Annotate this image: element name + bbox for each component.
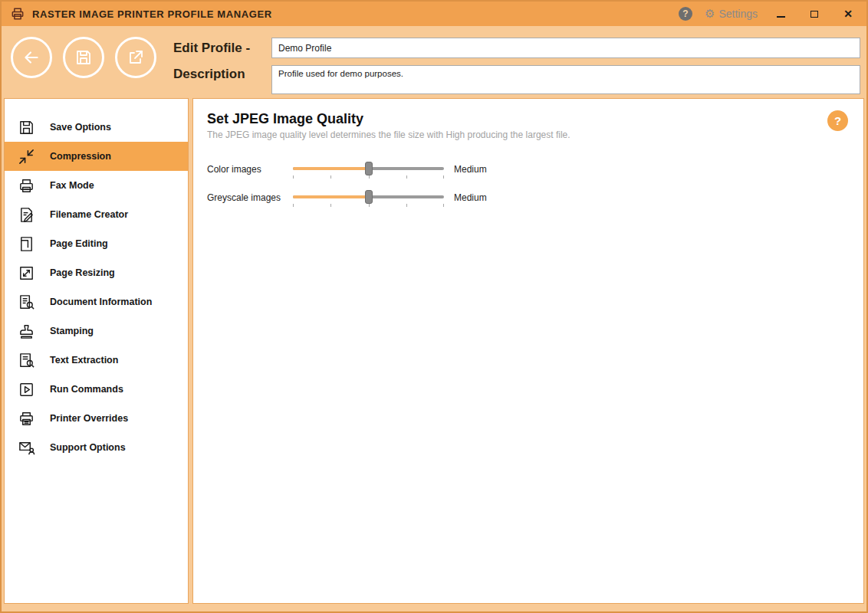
slider-thumb[interactable] [365, 162, 373, 175]
description-input[interactable]: Profile used for demo purposes. [271, 65, 860, 94]
page-help-button[interactable]: ? [827, 110, 848, 131]
window-title: RASTER IMAGE PRINTER PROFILE MANAGER [32, 8, 272, 20]
sidebar-item-run-commands[interactable]: Run Commands [5, 375, 188, 404]
profile-header: Edit Profile - Description Profile used … [2, 26, 866, 97]
titlebar: RASTER IMAGE PRINTER PROFILE MANAGER ? ⚙… [2, 2, 866, 26]
back-button[interactable] [11, 37, 52, 78]
printer-icon [16, 408, 36, 428]
slider-tick [406, 175, 407, 179]
slider-tick [443, 204, 444, 207]
close-icon: ✕ [843, 8, 853, 20]
maximize-icon [810, 11, 818, 18]
description-label: Description [173, 65, 271, 82]
question-mark-icon: ? [682, 8, 688, 19]
sidebar-item-printer-overrides[interactable]: Printer Overrides [5, 404, 188, 433]
page-resizing-icon [16, 263, 36, 283]
close-button[interactable]: ✕ [837, 5, 859, 22]
sidebar-item-stamping[interactable]: Stamping [5, 316, 188, 346]
greyscale-images-row: Greyscale images Medium [207, 188, 850, 207]
page-title: Set JPEG Image Quality [207, 111, 850, 127]
share-icon [127, 48, 145, 67]
question-mark-icon: ? [834, 114, 841, 127]
slider-tick [293, 175, 294, 179]
gear-icon: ⚙ [705, 7, 715, 21]
slider-tick [330, 204, 331, 207]
document-information-icon [16, 292, 36, 312]
minimize-icon [777, 16, 785, 18]
sidebar-item-label: Text Extraction [50, 355, 118, 366]
sidebar-item-page-resizing[interactable]: Page Resizing [5, 258, 188, 287]
sidebar: Save Options Compression Fax Mode [4, 98, 189, 604]
slider-tick [406, 204, 407, 207]
settings-label: Settings [718, 8, 758, 20]
app-logo-icon [9, 5, 26, 22]
page-editing-icon [16, 234, 36, 254]
save-icon [74, 48, 93, 67]
sidebar-item-document-information[interactable]: Document Information [5, 287, 188, 316]
slider-thumb[interactable] [365, 190, 373, 204]
save-profile-button[interactable] [63, 37, 104, 78]
sidebar-item-support-options[interactable]: Support Options [5, 433, 188, 462]
color-images-quality-slider[interactable] [293, 160, 444, 179]
sidebar-item-label: Printer Overrides [50, 413, 128, 424]
profile-name-input[interactable] [271, 38, 860, 58]
sidebar-item-label: Page Editing [50, 238, 108, 249]
sidebar-item-label: Document Information [50, 297, 152, 307]
sidebar-item-label: Compression [50, 151, 111, 162]
support-icon [16, 438, 36, 457]
sidebar-item-fax-mode[interactable]: Fax Mode [5, 171, 188, 200]
jpeg-quality-sliders: Color images Medium Greyscale image [207, 160, 850, 207]
fax-icon [16, 175, 36, 195]
titlebar-help-button[interactable]: ? [679, 7, 692, 21]
sidebar-item-label: Run Commands [50, 384, 123, 395]
export-profile-button[interactable] [115, 37, 156, 78]
sidebar-item-label: Filename Creator [50, 209, 128, 220]
sidebar-item-label: Stamping [50, 326, 94, 336]
sidebar-item-page-editing[interactable]: Page Editing [5, 229, 188, 258]
sidebar-item-compression[interactable]: Compression [5, 142, 188, 171]
back-arrow-icon [21, 48, 41, 67]
filename-creator-icon [16, 205, 36, 225]
color-images-quality-value: Medium [454, 164, 487, 175]
maximize-button[interactable] [804, 5, 825, 22]
slider-fill [293, 167, 369, 170]
sidebar-item-label: Save Options [50, 122, 111, 133]
slider-tick [443, 175, 444, 179]
content-area: Save Options Compression Fax Mode [2, 97, 866, 611]
settings-button[interactable]: ⚙ Settings [705, 7, 758, 21]
color-images-label: Color images [207, 164, 293, 175]
slider-tick [330, 175, 331, 179]
run-commands-icon [16, 379, 36, 399]
sidebar-item-label: Fax Mode [50, 180, 94, 191]
save-icon [16, 117, 36, 137]
color-images-row: Color images Medium [207, 160, 850, 179]
sidebar-item-label: Support Options [50, 442, 126, 453]
compress-icon [16, 146, 36, 166]
slider-tick [369, 204, 370, 207]
sidebar-item-text-extraction[interactable]: Text Extraction [5, 346, 188, 375]
minimize-button[interactable] [770, 5, 791, 22]
sidebar-item-label: Page Resizing [50, 267, 115, 278]
page-subtitle: The JPEG image quality level determines … [207, 129, 850, 140]
edit-profile-label: Edit Profile - [173, 41, 271, 56]
sidebar-item-filename-creator[interactable]: Filename Creator [5, 200, 188, 229]
greyscale-images-label: Greyscale images [207, 192, 293, 203]
sidebar-item-save-options[interactable]: Save Options [5, 113, 188, 142]
stamp-icon [16, 321, 36, 341]
slider-tick [369, 175, 370, 179]
main-panel: Set JPEG Image Quality The JPEG image qu… [192, 98, 864, 604]
slider-fill [293, 195, 369, 198]
greyscale-images-quality-slider[interactable] [293, 188, 444, 207]
text-extraction-icon [16, 350, 36, 370]
greyscale-images-quality-value: Medium [454, 192, 487, 203]
app-window: RASTER IMAGE PRINTER PROFILE MANAGER ? ⚙… [0, 0, 868, 613]
slider-tick [293, 204, 294, 207]
